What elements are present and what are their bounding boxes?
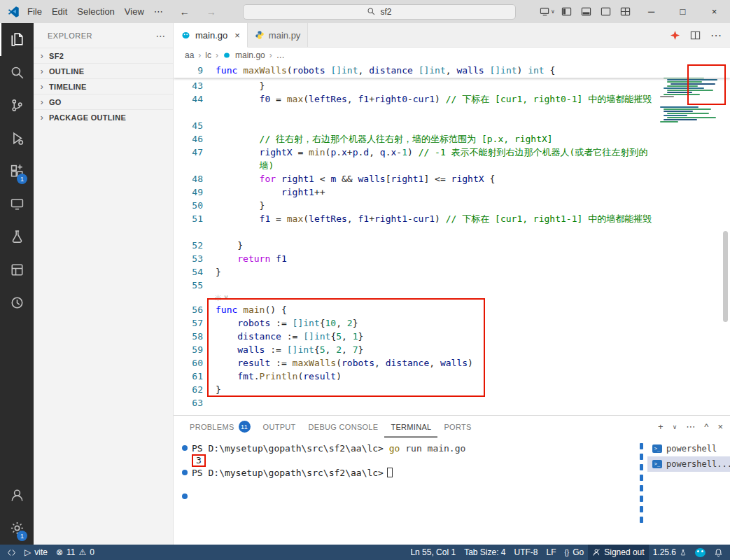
signed-out-status[interactable]: Signed out xyxy=(588,545,648,560)
tab-main-go[interactable]: main.go × xyxy=(174,23,248,48)
run-debug-icon[interactable] xyxy=(0,122,34,155)
terminal-line[interactable]: 3 xyxy=(192,454,636,467)
explorer-more-icon[interactable]: ⋯ xyxy=(156,30,167,41)
command-decoration-dot[interactable] xyxy=(182,493,188,499)
panel-tab-problems[interactable]: PROBLEMS11 xyxy=(183,416,257,438)
code-line-58[interactable]: 58distance := []int{5, 1} xyxy=(174,330,730,343)
code-lens-row[interactable]: ∨ xyxy=(174,292,730,303)
close-button[interactable]: × xyxy=(699,0,730,23)
back-button[interactable]: ← xyxy=(175,6,195,18)
explorer-icon[interactable] xyxy=(0,23,34,56)
sidebar-section-outline[interactable]: ›OUTLINE xyxy=(34,63,173,78)
minimize-button[interactable]: ─ xyxy=(636,0,667,23)
breadcrumb-main-go[interactable]: main.go xyxy=(235,50,265,60)
cursor-position[interactable]: Ln 55, Col 1 xyxy=(406,545,460,560)
remote-explorer-icon[interactable] xyxy=(0,188,34,220)
code-line-60[interactable]: 60result := maxWalls(robots, distance, w… xyxy=(174,356,730,370)
settings-gear-icon[interactable]: 1 xyxy=(0,512,34,545)
menu-edit[interactable]: Edit xyxy=(47,4,72,19)
terminal-instance-powershell[interactable]: >_powershell xyxy=(647,441,730,456)
split-editor-icon[interactable] xyxy=(690,30,701,41)
panel-tab-output[interactable]: OUTPUT xyxy=(257,416,302,438)
problems-status[interactable]: ⊗ 11 ⚠ 0 xyxy=(52,545,99,560)
code-line-62[interactable]: 62} xyxy=(174,383,730,396)
terminal-output[interactable]: PS D:\mysetup\gopath\src\sf2\aa\lc> go r… xyxy=(174,438,636,545)
command-decoration-dot[interactable] xyxy=(182,470,188,475)
encoding[interactable]: UTF-8 xyxy=(510,545,542,560)
editor-more-icon[interactable]: ⋯ xyxy=(710,29,722,42)
testing-icon[interactable] xyxy=(0,220,34,253)
code-line-52[interactable]: 52} xyxy=(174,239,730,252)
notifications[interactable] xyxy=(710,545,727,560)
code-line-44[interactable]: 44f0 = max(leftRes, f1+right0-cur1) // 下… xyxy=(174,92,730,119)
code-line-49[interactable]: 49right1++ xyxy=(174,186,730,199)
terminal-instance-powershell[interactable]: >_powershell... xyxy=(647,456,730,472)
code-line-57[interactable]: 57robots := []int{10, 2} xyxy=(174,316,730,330)
code-line-46[interactable]: 46// 往右射，右边那个机器人往右射，墙的坐标范围为 [p.x, rightX… xyxy=(174,132,730,146)
panel-more-icon[interactable]: ⋯ xyxy=(686,421,695,432)
source-control-icon[interactable] xyxy=(0,89,34,122)
gopher-status[interactable] xyxy=(691,545,710,560)
menu-file[interactable]: File xyxy=(22,4,47,19)
tab-main-py[interactable]: main.py xyxy=(248,23,309,47)
code-line-59[interactable]: 59walls := []int{5, 2, 7} xyxy=(174,343,730,356)
extension-view-b-icon[interactable] xyxy=(0,286,34,319)
task-vite[interactable]: ▷ vite xyxy=(20,545,52,560)
command-center-search[interactable]: sf2 xyxy=(243,4,516,20)
menu-overflow[interactable]: ⋯ xyxy=(149,4,168,19)
panel-tab-debug-console[interactable]: DEBUG CONSOLE xyxy=(302,416,385,438)
extensions-icon[interactable]: 1 xyxy=(0,155,34,188)
command-decoration-dot[interactable] xyxy=(182,445,188,451)
terminal-dropdown-icon[interactable]: ∨ xyxy=(673,424,678,430)
language-mode[interactable]: {} Go xyxy=(561,545,589,560)
terminal-line[interactable] xyxy=(192,491,636,503)
code-line-50[interactable]: 50} xyxy=(174,199,730,212)
sidebar-section-package-outline[interactable]: ›PACKAGE OUTLINE xyxy=(34,109,173,125)
code-line-56[interactable]: 56func main() { xyxy=(174,303,730,316)
toggle-secondary-sidebar-icon[interactable] xyxy=(596,3,616,21)
menu-selection[interactable]: Selection xyxy=(72,4,119,19)
code-line-43[interactable]: 43} xyxy=(174,79,730,92)
maximize-button[interactable]: □ xyxy=(667,0,699,23)
customize-layout-icon[interactable] xyxy=(616,3,636,21)
code-editor[interactable]: 9 func maxWalls(robots []int, distance [… xyxy=(174,63,730,415)
breadcrumb-lc[interactable]: lc xyxy=(205,50,211,60)
code-line-54[interactable]: 54} xyxy=(174,265,730,279)
remote-indicator[interactable] xyxy=(3,545,20,560)
code-line-53[interactable]: 53return f1 xyxy=(174,252,730,265)
run-code-icon[interactable] xyxy=(670,30,680,41)
sidebar-section-sf2[interactable]: ›SF2 xyxy=(34,48,173,63)
panel-tab-terminal[interactable]: TERMINAL xyxy=(384,416,437,438)
code-line-55[interactable]: 55 xyxy=(174,279,730,292)
code-line-63[interactable]: 63 xyxy=(174,396,730,410)
panel-tab-ports[interactable]: PORTS xyxy=(437,416,477,438)
extension-view-a-icon[interactable] xyxy=(0,253,34,286)
go-version-status[interactable]: 1.25.6 xyxy=(649,545,691,560)
code-line-45[interactable]: 45 xyxy=(174,119,730,132)
terminal-line[interactable] xyxy=(192,479,636,491)
open-remote-window-icon[interactable]: ∨ xyxy=(538,3,557,21)
breadcrumb-aa[interactable]: aa xyxy=(185,50,194,60)
code-line-47[interactable]: 47rightX = min(p.x+p.d, q.x-1) // -1 表示不… xyxy=(174,146,730,172)
terminal-line[interactable]: PS D:\mysetup\gopath\src\sf2\aa\lc> go r… xyxy=(192,442,636,454)
toggle-panel-icon[interactable] xyxy=(577,3,596,21)
code-line-48[interactable]: 48for right1 < m && walls[right1] <= rig… xyxy=(174,172,730,186)
menu-view[interactable]: View xyxy=(120,4,149,19)
code-line-51[interactable]: 51f1 = max(leftRes, f1+right1-cur1) // 下… xyxy=(174,212,730,239)
search-view-icon[interactable] xyxy=(0,56,34,89)
sidebar-section-go[interactable]: ›GO xyxy=(34,94,173,109)
indentation[interactable]: Tab Size: 4 xyxy=(460,545,510,560)
new-terminal-icon[interactable]: + xyxy=(658,421,664,432)
terminal-scrollbar[interactable] xyxy=(636,438,647,545)
sidebar-section-timeline[interactable]: ›TIMELINE xyxy=(34,78,173,94)
close-panel-icon[interactable]: × xyxy=(717,421,723,432)
forward-button[interactable]: → xyxy=(202,6,221,18)
terminal-line[interactable]: PS D:\mysetup\gopath\src\sf2\aa\lc> xyxy=(192,467,636,479)
maximize-panel-icon[interactable]: ^ xyxy=(704,421,708,432)
code-line-61[interactable]: 61fmt.Println(result) xyxy=(174,370,730,383)
breadcrumb-symbol[interactable]: … xyxy=(276,50,285,60)
editor-scrollbar[interactable] xyxy=(723,231,728,322)
sticky-scroll-line[interactable]: 9 func maxWalls(robots []int, distance [… xyxy=(174,63,730,78)
tab-close-icon[interactable]: × xyxy=(234,30,240,41)
account-icon[interactable] xyxy=(0,479,34,512)
